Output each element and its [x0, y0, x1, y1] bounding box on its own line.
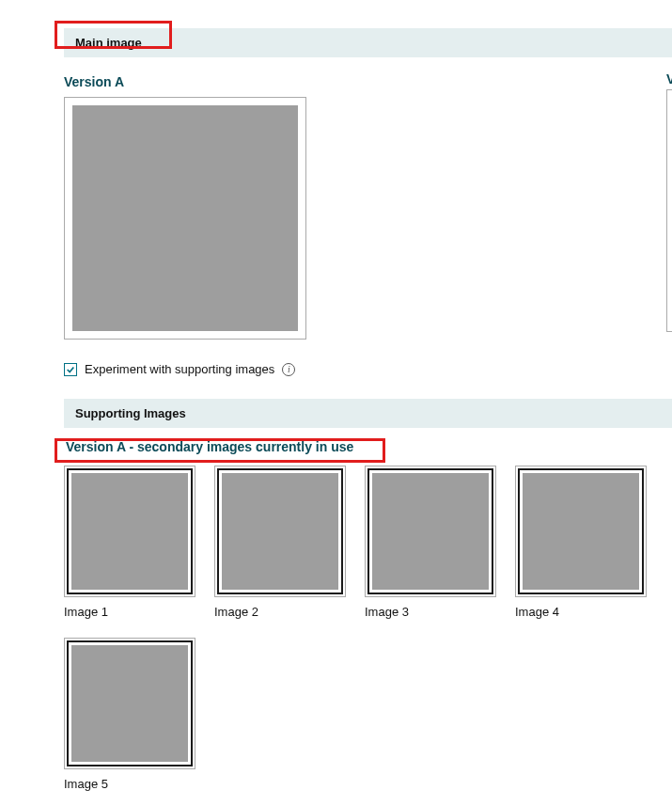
version-a-label: Version A: [64, 74, 672, 89]
thumb-placeholder: [372, 473, 489, 590]
thumb-frame[interactable]: [214, 466, 346, 597]
supporting-images-header-text: Supporting Images: [75, 406, 186, 420]
secondary-image-grid: Image 1 Image 2 Image 3 Image 4: [64, 466, 665, 791]
image-item: Image 3: [365, 466, 496, 619]
main-image-header-text: Main image: [75, 36, 142, 50]
main-image-section-header: Main image: [64, 28, 672, 57]
thumb-frame[interactable]: [365, 466, 496, 597]
thumb-placeholder: [71, 645, 188, 762]
info-icon[interactable]: i: [282, 363, 295, 376]
thumb-placeholder: [71, 473, 188, 590]
experiment-checkbox-label: Experiment with supporting images: [85, 362, 274, 376]
thumb-label: Image 4: [515, 605, 647, 619]
thumb-label: Image 3: [365, 605, 496, 619]
thumb-placeholder: [523, 473, 639, 590]
thumb-frame[interactable]: [64, 466, 195, 597]
supporting-images-header: Supporting Images: [64, 399, 672, 428]
thumb-frame[interactable]: [64, 638, 195, 769]
experiment-checkbox[interactable]: [64, 363, 77, 376]
image-item: Image 1: [64, 466, 195, 619]
thumb-frame[interactable]: [515, 466, 647, 597]
main-image-placeholder: [72, 105, 298, 331]
experiment-checkbox-row: Experiment with supporting images i: [64, 362, 672, 376]
thumb-label: Image 2: [214, 605, 346, 619]
image-item: Image 2: [214, 466, 346, 619]
thumb-placeholder: [222, 473, 338, 590]
version-b-label-clip: V: [666, 71, 672, 87]
version-b-frame-clip: [666, 89, 672, 332]
main-image-frame[interactable]: [64, 97, 306, 340]
thumb-label: Image 1: [64, 605, 195, 619]
version-a-secondary-title: Version A - secondary images currently i…: [64, 439, 672, 454]
check-icon: [66, 365, 75, 374]
image-item: Image 5: [64, 638, 195, 791]
image-item: Image 4: [515, 466, 647, 619]
thumb-label: Image 5: [64, 777, 195, 791]
